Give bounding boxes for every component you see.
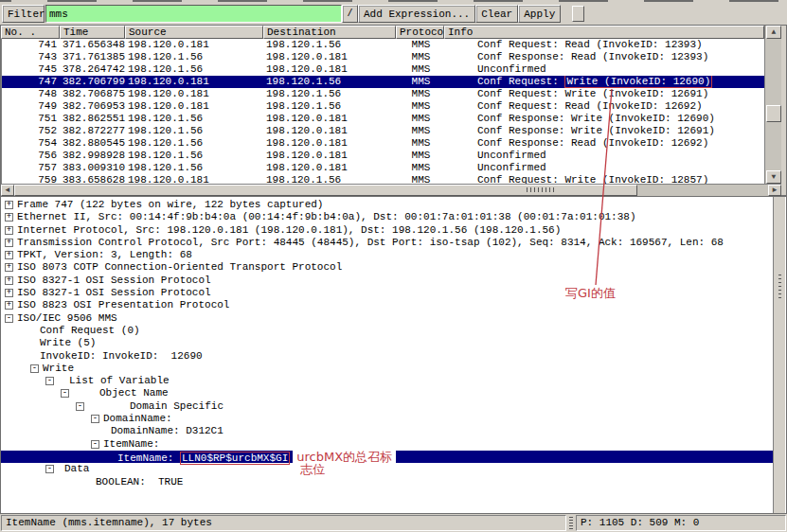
collapse-icon[interactable]: - bbox=[45, 377, 54, 385]
tree-line-itemname-selected[interactable]: ItemName: LLN0$RP$urcbMX$GIurcbMX的总召标志位 bbox=[1, 451, 773, 463]
cell-proto: MMS bbox=[397, 125, 445, 137]
packet-list-hscrollbar[interactable]: ◄ ► bbox=[1, 184, 781, 196]
column-header-source[interactable]: Source bbox=[125, 26, 263, 39]
filter-history-dropdown-button[interactable]: / bbox=[342, 5, 358, 23]
cell-dst: 198.120.0.181 bbox=[264, 137, 397, 150]
tree-line-text: ISO/IEC 9506 MMS bbox=[1, 312, 773, 325]
cell-no: 751 bbox=[2, 113, 61, 125]
cell-dst: 198.120.1.56 bbox=[264, 174, 397, 184]
column-header-destination[interactable]: Destination bbox=[263, 26, 396, 39]
packet-row-759[interactable]: 759383.658628198.120.0.181198.120.1.56MM… bbox=[2, 174, 764, 184]
cell-time: 382.862551 bbox=[61, 113, 126, 125]
packet-list-vscrollbar[interactable]: ▲ ▼ bbox=[764, 26, 781, 184]
scroll-right-icon[interactable]: ► bbox=[768, 185, 781, 196]
cell-proto: MMS bbox=[397, 88, 445, 100]
status-packet-counts: P: 1105 D: 509 M: 0 bbox=[576, 515, 786, 531]
packet-row-756[interactable]: 756382.998928198.120.1.56198.120.0.181MM… bbox=[2, 150, 764, 162]
detail-vscrollbar[interactable] bbox=[773, 197, 785, 513]
collapse-icon[interactable]: - bbox=[45, 465, 54, 473]
collapse-icon[interactable]: - bbox=[30, 364, 39, 373]
cell-no: 754 bbox=[2, 137, 61, 150]
cell-src: 198.120.1.56 bbox=[126, 113, 264, 125]
tree-line[interactable]: +Frame 747 (122 bytes on wire, 122 bytes… bbox=[1, 199, 773, 211]
packet-row-751[interactable]: 751382.862551198.120.1.56198.120.0.181MM… bbox=[2, 113, 764, 125]
tree-line[interactable]: -Write bbox=[1, 363, 773, 375]
clear-button[interactable]: Clear bbox=[475, 5, 518, 23]
apply-button[interactable]: Apply bbox=[518, 5, 561, 23]
cell-no: 757 bbox=[2, 162, 61, 174]
cell-no: 747 bbox=[2, 76, 61, 88]
cell-info: Conf Request: Write (InvokeID: 12690) bbox=[445, 76, 764, 88]
cell-src: 198.120.0.181 bbox=[126, 88, 264, 100]
tree-line[interactable]: +ISO 8327-1 OSI Session Protocol bbox=[1, 275, 773, 287]
tree-line[interactable]: -Object Name bbox=[1, 387, 773, 399]
tree-line[interactable]: +TPKT, Version: 3, Length: 68 bbox=[1, 249, 773, 261]
packet-row-749[interactable]: 749382.706953198.120.0.181198.120.1.56MM… bbox=[2, 100, 764, 113]
tree-line[interactable]: -Domain Specific bbox=[1, 400, 773, 413]
expand-icon[interactable]: + bbox=[5, 213, 13, 222]
column-header-info[interactable]: Info bbox=[444, 26, 764, 39]
column-header-time[interactable]: Time bbox=[60, 26, 125, 39]
column-header-no[interactable]: No. . bbox=[1, 26, 60, 39]
expand-icon[interactable]: + bbox=[5, 301, 13, 310]
tree-line-text: ItemName: bbox=[1, 438, 773, 451]
expand-icon[interactable]: + bbox=[5, 226, 13, 235]
column-header-protocol[interactable]: Protocol bbox=[396, 26, 444, 39]
scroll-up-icon[interactable]: ▲ bbox=[766, 26, 781, 39]
packet-row-757[interactable]: 757383.009310198.120.1.56198.120.0.181MM… bbox=[2, 162, 764, 174]
packet-row-748[interactable]: 748382.706875198.120.0.181198.120.1.56MM… bbox=[2, 88, 764, 100]
cell-time: 383.658628 bbox=[61, 174, 126, 184]
tree-line[interactable]: +Transmission Control Protocol, Src Port… bbox=[1, 237, 773, 249]
collapse-icon[interactable]: - bbox=[76, 402, 84, 411]
expand-icon[interactable]: + bbox=[5, 239, 13, 247]
cell-src: 198.120.1.56 bbox=[126, 51, 264, 63]
detail-scroll-grip[interactable] bbox=[778, 275, 781, 299]
tree-line[interactable]: +ISO 8327-1 OSI Session Protocol bbox=[1, 287, 773, 299]
cell-info: Conf Response: Write (InvokeID: 12690) bbox=[445, 113, 764, 125]
cell-no: 752 bbox=[2, 125, 61, 137]
tree-line[interactable]: +Ethernet II, Src: 00:14:4f:9b:b4:0a (00… bbox=[1, 211, 773, 223]
add-expression-button[interactable]: Add Expression... bbox=[358, 5, 475, 23]
tree-line[interactable]: -ISO/IEC 9506 MMS bbox=[1, 312, 773, 325]
expand-icon[interactable]: + bbox=[5, 289, 13, 297]
cell-dst: 198.120.0.181 bbox=[264, 162, 397, 174]
filter-button[interactable]: Filter: bbox=[2, 5, 45, 23]
tree-line-text: ISO 8327-1 OSI Session Protocol bbox=[1, 287, 773, 299]
collapse-icon[interactable]: - bbox=[61, 389, 69, 398]
tree-line[interactable]: Write (5) bbox=[1, 337, 773, 349]
cell-proto: MMS bbox=[397, 63, 445, 76]
packet-row-741[interactable]: 741371.656348198.120.0.181198.120.1.56MM… bbox=[2, 39, 764, 51]
tree-line[interactable]: Conf Request (0) bbox=[1, 325, 773, 337]
packet-row-745[interactable]: 745378.264742198.120.1.56198.120.0.181MM… bbox=[2, 63, 764, 76]
expand-icon[interactable]: + bbox=[5, 276, 13, 285]
collapse-icon[interactable]: - bbox=[91, 415, 99, 423]
packet-row-754[interactable]: 754382.880545198.120.1.56198.120.0.181MM… bbox=[2, 137, 764, 150]
collapse-icon[interactable]: - bbox=[5, 314, 13, 323]
pane-splitter-grip[interactable] bbox=[527, 187, 557, 192]
vscroll-thumb[interactable] bbox=[766, 105, 781, 122]
tree-line[interactable]: InvokeID: InvokeID: 12690 bbox=[1, 350, 773, 363]
cell-no: 743 bbox=[2, 51, 61, 63]
tree-line[interactable]: DomainName: D312C1 bbox=[1, 425, 773, 437]
packet-row-752[interactable]: 752382.872277198.120.1.56198.120.0.181MM… bbox=[2, 125, 764, 137]
cell-dst: 198.120.0.181 bbox=[264, 51, 397, 63]
packet-row-743[interactable]: 743371.761385198.120.1.56198.120.0.181MM… bbox=[2, 51, 764, 63]
expand-icon[interactable]: + bbox=[5, 263, 13, 272]
tree-line[interactable]: +Internet Protocol, Src: 198.120.0.181 (… bbox=[1, 224, 773, 237]
collapse-icon[interactable]: - bbox=[91, 440, 99, 449]
cell-src: 198.120.1.56 bbox=[126, 125, 264, 137]
scroll-down-icon[interactable]: ▼ bbox=[766, 170, 781, 184]
cell-info: Unconfirmed bbox=[445, 150, 764, 162]
expand-icon[interactable]: + bbox=[5, 201, 13, 209]
tree-line[interactable]: -ItemName: bbox=[1, 438, 773, 451]
packet-row-747[interactable]: 747382.706799198.120.0.181198.120.1.56MM… bbox=[2, 76, 764, 88]
tree-line[interactable]: -List of Variable bbox=[1, 375, 773, 387]
scroll-left-icon[interactable]: ◄ bbox=[1, 185, 14, 196]
tree-line[interactable]: BOOLEAN: TRUE bbox=[1, 476, 773, 488]
filter-input[interactable] bbox=[45, 5, 342, 23]
tree-line[interactable]: +ISO 8823 OSI Presentation Protocol bbox=[1, 299, 773, 311]
tree-line[interactable]: -DomainName: bbox=[1, 413, 773, 425]
expand-icon[interactable]: + bbox=[5, 251, 13, 259]
tree-line[interactable]: +ISO 8073 COTP Connection-Oriented Trans… bbox=[1, 261, 773, 274]
cell-info: Conf Response: Write (InvokeID: 12691) bbox=[445, 125, 764, 137]
